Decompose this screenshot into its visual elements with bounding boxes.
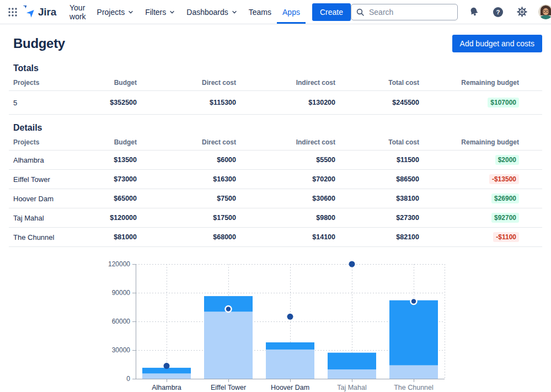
remaining-cell: $26900 [419,189,542,208]
project-name-cell: Taj Mahal [9,208,86,228]
column-header-direct-cost: Direct cost [137,134,236,151]
y-tick-label: 120000 [108,260,130,268]
x-tick-label-the-chunnel: The Chunnel [394,384,434,391]
y-tick-label: 60000 [112,318,131,325]
direct-cell: $17500 [137,208,236,228]
direct-cell: $68000 [137,228,236,247]
column-header-total-cost: Total cost [335,74,419,91]
budget-cell: $13500 [86,151,137,170]
indirect-cell: $130200 [236,91,335,115]
total-cell: $82100 [335,228,419,247]
bar-indirect-taj-mahal[interactable] [328,369,376,379]
column-header-remaining-budget: Remaining budget [419,134,542,151]
budget-cell: $352500 [86,91,137,115]
column-header-projects: Projects [9,74,86,91]
details-heading: Details [13,123,542,133]
totals-table: ProjectsBudgetDirect costIndirect costTo… [9,74,542,115]
settings-button[interactable] [514,4,530,20]
total-cell: $11500 [335,151,419,170]
create-button[interactable]: Create [312,3,351,21]
details-table: ProjectsBudgetDirect costIndirect costTo… [9,134,542,247]
direct-cell: $6000 [137,151,236,170]
remaining-cell: $107000 [419,91,542,115]
chevron-down-icon [169,9,175,15]
budget-cell: $81000 [86,228,137,247]
budget-cell: $65000 [86,189,137,208]
chevron-down-icon [231,9,238,15]
add-budget-and-costs-button[interactable]: Add budget and costs [452,35,542,52]
project-name-cell: The Chunnel [9,228,86,247]
table-row-taj-mahal: Taj Mahal$120000$17500$9800$27300$92700 [9,208,542,228]
column-header-budget: Budget [86,134,137,151]
project-name-cell: Hoover Dam [9,189,86,208]
table-row-hoover-dam: Hoover Dam$65000$7500$30600$38100$26900 [9,189,542,208]
bar-indirect-eiffel-tower[interactable] [204,312,253,379]
nav-item-filters[interactable]: Filters [140,0,181,24]
table-row-the-chunnel: The Chunnel$81000$68000$14100$82100-$110… [9,228,542,247]
bar-indirect-alhambra[interactable] [142,373,191,379]
x-tick-label-hoover-dam: Hoover Dam [271,384,309,391]
point-budget-the-chunnel[interactable] [411,298,417,304]
remaining-cell: -$13500 [419,170,542,189]
total-cell: $27300 [335,208,419,228]
y-axis-labels: 0300006000090000120000 [108,260,130,383]
global-search [351,4,458,20]
notifications-button[interactable] [466,4,482,20]
bar-direct-taj-mahal[interactable] [328,353,376,369]
totals-heading: Totals [13,63,542,73]
column-header-direct-cost: Direct cost [137,74,236,91]
project-name-cell: 5 [9,91,86,115]
nav-item-projects[interactable]: Projects [92,0,140,24]
column-header-indirect-cost: Indirect cost [236,134,335,151]
point-budget-taj-mahal[interactable] [349,261,355,267]
remaining-cell: $92700 [419,208,542,228]
brand-name: Jira [38,6,56,18]
remaining-budget-badge: -$13500 [489,174,519,184]
bar-indirect-hoover-dam[interactable] [266,350,314,379]
indirect-cell: $14100 [236,228,335,247]
nav-item-label: Apps [282,8,300,17]
table-row-5: 5$352500$115300$130200$245500$107000 [9,91,542,115]
table-row-alhambra: Alhambra$13500$6000$5500$11500$2000 [9,151,542,170]
nav-item-apps[interactable]: Apps [277,0,306,24]
app-switcher-icon[interactable] [6,5,20,19]
point-budget-eiffel-tower[interactable] [226,306,232,312]
user-avatar[interactable] [538,4,551,19]
remaining-cell: -$1100 [419,228,542,247]
budget-cell: $73000 [86,170,137,189]
column-header-indirect-cost: Indirect cost [236,74,335,91]
column-header-remaining-budget: Remaining budget [419,74,542,91]
nav-item-label: Your work [69,3,86,21]
search-input[interactable] [351,4,458,20]
indirect-cell: $30600 [236,189,335,208]
chevron-down-icon [127,9,134,15]
avatar-photo [538,4,551,19]
remaining-cell: $2000 [419,151,542,170]
total-cell: $245500 [335,91,419,115]
bar-direct-the-chunnel[interactable] [389,300,438,366]
direct-cell: $16300 [137,170,236,189]
svg-text:?: ? [496,9,500,15]
total-cell: $86500 [335,170,419,189]
gear-icon [516,6,528,18]
grid-9-dots-icon [8,7,18,17]
column-header-total-cost: Total cost [335,134,419,151]
table-row-eiffel-tower: Eiffel Tower$73000$16300$70200$86500-$13… [9,170,542,189]
jira-logo[interactable]: Jira [23,6,56,19]
bar-direct-hoover-dam[interactable] [266,342,314,350]
bar-indirect-the-chunnel[interactable] [389,366,438,379]
x-tick-label-eiffel-tower: Eiffel Tower [211,384,246,391]
help-button[interactable]: ? [490,4,506,20]
nav-item-dashboards[interactable]: Dashboards [181,0,243,24]
remaining-budget-badge: $26900 [491,194,519,203]
point-budget-alhambra[interactable] [164,363,170,369]
direct-cell: $115300 [137,91,236,115]
page-title: Budgety [13,36,65,51]
direct-cell: $7500 [137,189,236,208]
nav-item-teams[interactable]: Teams [243,0,277,24]
primary-nav: Your workProjectsFiltersDashboardsTeamsA… [64,0,306,24]
nav-item-your-work[interactable]: Your work [64,0,92,24]
point-budget-hoover-dam[interactable] [287,314,293,320]
x-axis-labels: AlhambraEiffel TowerHoover DamTaj MahalT… [152,384,434,391]
y-tick-label: 0 [126,375,130,383]
